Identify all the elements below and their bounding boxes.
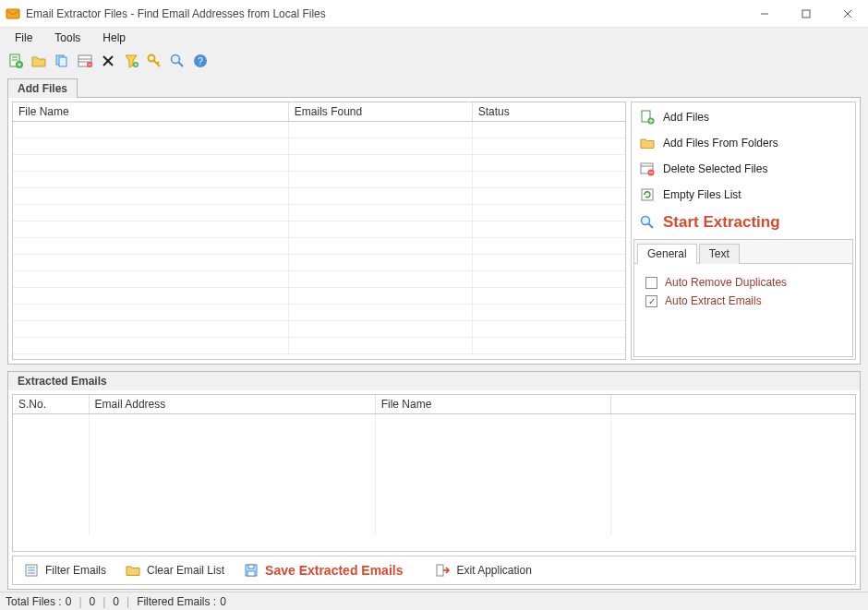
tab-extracted-emails[interactable]: Extracted Emails [7,371,861,390]
refresh-icon [639,186,656,203]
app-icon [6,6,20,21]
files-table[interactable]: File Name Emails Found Status [13,102,625,354]
col-email[interactable]: Email Address [89,395,375,414]
side-empty-list[interactable]: Empty Files List [633,182,853,208]
option-auto-extract-label: Auto Extract Emails [665,294,762,307]
separator: | [75,595,85,608]
tab-add-files[interactable]: Add Files [7,78,78,98]
statusbar: Total Files : 0 | 0 | 0 | Filtered Email… [0,592,868,610]
menu-file[interactable]: File [6,30,42,46]
maximize-button[interactable] [785,0,826,27]
separator: | [99,595,109,608]
col-status[interactable]: Status [472,102,625,122]
toolbar-list-icon[interactable] [75,51,95,71]
svg-line-40 [649,224,654,229]
extracted-emails-panel: Extracted Emails S.No. Email Address Fil… [7,370,861,590]
filter-emails-label: Filter Emails [45,564,106,577]
table-row [13,238,625,255]
status-filtered: 0 [220,595,226,608]
side-empty-list-label: Empty Files List [663,188,741,201]
filter-emails-button[interactable]: Filter Emails [16,559,114,581]
table-row [13,155,625,172]
options-tabbox: General Text Auto Remove Duplicates Auto… [633,239,853,357]
status-total-files: 0 [66,595,72,608]
col-blank[interactable] [611,395,855,414]
extracted-table[interactable]: S.No. Email Address File Name [13,395,855,534]
toolbar-help-icon[interactable]: ? [190,51,211,71]
svg-point-26 [172,55,180,64]
toolbar: ? [0,48,868,74]
exit-app-label: Exit Application [456,564,531,577]
add-files-icon [639,109,656,126]
side-add-files-label: Add Files [663,111,709,124]
save-extracted-label: Save Extracted Emails [265,563,403,578]
svg-rect-38 [642,189,653,200]
toolbar-key-icon[interactable] [144,51,164,71]
minimize-button[interactable] [743,0,785,27]
col-filename[interactable]: File Name [375,395,610,414]
toolbar-search-icon[interactable] [167,51,187,71]
menu-tools[interactable]: Tools [45,30,90,46]
toolbar-add-files-icon[interactable] [6,51,26,71]
save-icon [243,562,259,579]
toolbar-filter-icon[interactable] [121,51,141,71]
table-row [13,255,625,271]
titlebar: Email Extractor Files - Find Email Addre… [0,0,868,28]
col-emails-found[interactable]: Emails Found [288,102,472,122]
table-row [13,414,855,534]
toolbar-delete-icon[interactable] [98,51,118,71]
content: Add Files File Name Emails Found Status [0,74,868,592]
side-start-extracting[interactable]: Start Extracting [633,208,853,237]
table-row [13,338,625,354]
table-row [13,172,625,188]
checkbox-icon [645,277,657,289]
save-extracted-button[interactable]: Save Extracted Emails [235,559,410,581]
option-remove-dup-label: Auto Remove Duplicates [665,276,787,289]
svg-rect-0 [6,9,19,18]
folder-icon [125,562,141,579]
filter-icon [23,562,40,579]
status-filtered-label: Filtered Emails : [137,595,216,608]
table-row [13,221,625,238]
side-panel: Add Files Add Files From Folders Delete … [631,102,856,360]
subtab-text[interactable]: Text [699,244,740,264]
table-row [13,205,625,221]
svg-rect-12 [59,57,66,66]
table-row [13,288,625,305]
clear-email-list-button[interactable]: Clear Email List [117,559,232,581]
menu-help[interactable]: Help [93,30,135,46]
svg-line-27 [179,63,184,67]
table-row [13,271,625,288]
side-add-folders[interactable]: Add Files From Folders [633,130,853,156]
subtab-general[interactable]: General [637,244,697,264]
close-button[interactable] [826,0,868,27]
option-auto-extract-emails[interactable]: Auto Extract Emails [644,292,843,310]
status-total-files-label: Total Files : [6,595,62,608]
window-title: Email Extractor Files - Find Email Addre… [26,7,743,20]
side-delete-selected-label: Delete Selected Files [663,162,767,175]
menubar: File Tools Help [0,28,868,48]
button-bar: Filter Emails Clear Email List Save Extr… [12,556,856,585]
exit-app-button[interactable]: Exit Application [427,559,538,581]
table-row [13,138,625,155]
clear-email-list-label: Clear Email List [147,564,224,577]
toolbar-folder-icon[interactable] [29,51,49,71]
search-icon [639,214,656,231]
table-row [13,305,625,321]
svg-rect-2 [802,10,810,18]
status-n1: 0 [90,595,96,608]
option-auto-remove-duplicates[interactable]: Auto Remove Duplicates [644,273,843,292]
svg-rect-46 [248,565,254,568]
folder-icon [639,135,656,151]
col-filename[interactable]: File Name [13,102,288,122]
side-add-files[interactable]: Add Files [633,104,853,130]
checkbox-checked-icon [645,295,657,307]
table-row [13,122,625,138]
separator: | [123,595,133,608]
svg-line-25 [157,62,159,64]
svg-rect-48 [437,565,443,576]
col-sno[interactable]: S.No. [13,395,89,414]
side-delete-selected[interactable]: Delete Selected Files [633,156,853,182]
toolbar-copy-icon[interactable] [52,51,72,71]
status-n2: 0 [113,595,119,608]
